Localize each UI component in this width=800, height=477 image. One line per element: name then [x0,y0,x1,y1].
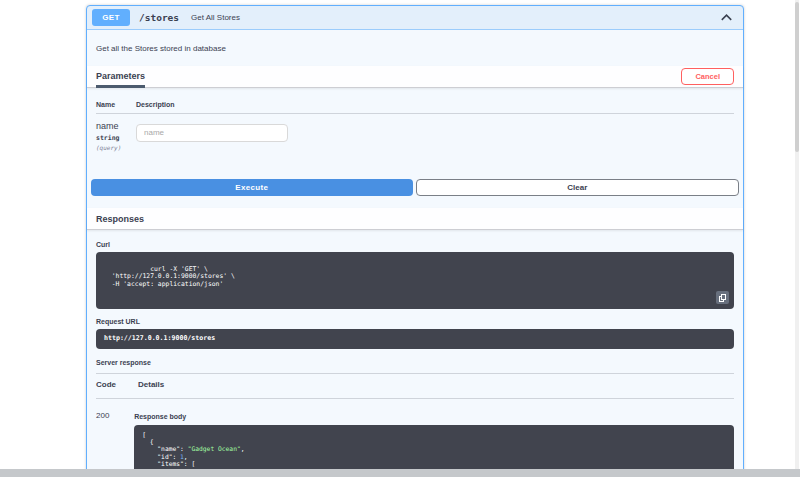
parameter-name-cell: name string (query) [96,121,136,151]
parameters-table-head: Name Description [96,88,734,114]
curl-command-block: curl -X 'GET' \ 'http://127.0.0.1:9000/s… [96,252,734,309]
server-response-label: Server response [96,349,734,374]
operation-container: GET /stores Get All Stores Get all the S… [86,5,744,477]
parameters-header: Parameters Cancel [87,66,743,88]
responses-title: Responses [96,208,144,229]
status-code: 200 [96,411,134,477]
request-url-block: http://127.0.0.1:9000/stores [96,329,734,349]
parameter-name: name [96,121,136,131]
vertical-scrollbar-thumb[interactable] [795,2,799,152]
parameter-location: (query) [96,144,136,151]
parameter-name-input[interactable] [136,124,288,142]
request-url-label: Request URL [96,318,734,325]
endpoint-description: Get all the Stores stored in database [87,30,743,66]
endpoint-summary: Get All Stores [191,13,240,22]
opblock-summary[interactable]: GET /stores Get All Stores [87,6,743,30]
responses-area: Curl curl -X 'GET' \ 'http://127.0.0.1:9… [87,230,743,477]
endpoint-path: /stores [139,12,179,23]
clear-button[interactable]: Clear [416,179,740,196]
parameters-title: Parameters [96,66,145,88]
opblock-get-stores: GET /stores Get All Stores Get all the S… [86,5,744,477]
response-table-head: Code Details [96,374,734,399]
collapse-chevron-up-icon[interactable] [719,11,733,25]
http-method-badge: GET [92,9,130,26]
parameters-table: Name Description name string (query) [87,88,743,179]
copy-to-clipboard-button[interactable] [716,291,729,304]
response-row-200: 200 Response body [ { "name": "Gadget Oc… [96,399,734,477]
cancel-button[interactable]: Cancel [681,68,734,85]
swagger-page: GET /stores Get All Stores Get all the S… [0,0,800,477]
column-header-details: Details [138,380,734,389]
parameter-type: string [96,134,136,142]
parameter-description-cell [136,121,734,151]
responses-header: Responses [87,208,743,230]
column-header-name: Name [96,101,136,108]
curl-label: Curl [96,241,734,248]
response-body-label: Response body [134,413,734,420]
opblock-body: Get all the Stores stored in database Pa… [87,30,743,477]
response-details-cell: Response body [ { "name": "Gadget Ocean"… [134,411,734,477]
execute-button[interactable]: Execute [91,179,413,196]
execute-row: Execute Clear [87,179,743,208]
column-header-code: Code [96,380,138,389]
parameter-row: name string (query) [96,114,734,179]
curl-command-text: curl -X 'GET' \ 'http://127.0.0.1:9000/s… [104,265,235,288]
horizontal-scrollbar[interactable] [0,469,800,477]
column-header-description: Description [136,101,734,108]
